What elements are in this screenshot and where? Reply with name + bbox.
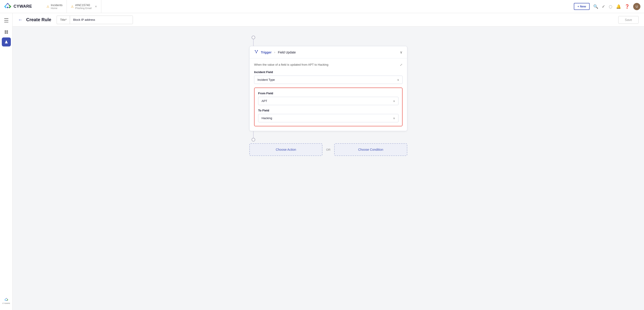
from-to-section: From Field APT ∨ To Field Hacki — [254, 88, 402, 126]
svg-rect-4 — [4, 30, 6, 32]
svg-point-15 — [256, 52, 257, 53]
user-avatar[interactable]: U — [633, 3, 640, 10]
choose-condition-button[interactable]: Choose Condition — [334, 143, 407, 156]
help-icon[interactable]: ❓ — [624, 4, 630, 9]
main-content: ← Create Rule Title* Save — [13, 13, 644, 310]
title-field-wrapper: Title* — [57, 16, 133, 24]
users-icon — [4, 40, 8, 44]
body-area: CYWARE ← Create Rule Title* Save — [0, 13, 644, 310]
page-title: Create Rule — [26, 17, 51, 22]
hamburger-icon-3 — [4, 22, 8, 22]
bottom-connector — [249, 131, 407, 142]
incident-field-value: Incident Type — [258, 78, 275, 82]
to-field-select[interactable]: Hacking ∨ — [258, 114, 398, 122]
checkmark-icon[interactable]: ✓ — [602, 4, 605, 9]
svg-marker-9 — [5, 298, 7, 299]
svg-marker-0 — [6, 3, 10, 5]
to-field-value: Hacking — [262, 116, 272, 120]
svg-marker-2 — [8, 5, 11, 8]
trigger-description-text: When the value of a field is updated fro… — [254, 63, 328, 66]
from-field-chevron-icon: ∨ — [393, 100, 395, 103]
incident-tab-sublabel: Phishing Email — [75, 7, 92, 10]
cyware-logo-icon — [4, 2, 12, 10]
from-field-select[interactable]: APT ∨ — [258, 97, 398, 105]
incident-field-chevron-icon: ∨ — [397, 78, 399, 82]
svg-line-17 — [256, 51, 258, 52]
back-button[interactable]: ← — [18, 17, 22, 22]
bell-icon[interactable]: 🔔 — [616, 4, 621, 9]
dashboard-icon — [4, 30, 8, 34]
top-connector-circle — [252, 36, 255, 39]
to-field-label: To Field — [258, 109, 398, 112]
title-field-label: Title* — [57, 16, 70, 24]
sidebar-item-users[interactable] — [2, 38, 11, 46]
svg-rect-7 — [6, 32, 8, 34]
cyware-bottom-icon — [4, 298, 8, 302]
bottom-connector-line — [253, 131, 254, 138]
trigger-flow-icon — [254, 50, 258, 54]
svg-marker-3 — [7, 6, 8, 8]
bottom-connector-circle — [252, 138, 255, 142]
incidents-tab-sublabel: Home — [51, 7, 62, 10]
from-field-label: From Field — [258, 92, 398, 95]
save-button[interactable]: Save — [618, 16, 638, 24]
page-header: ← Create Rule Title* Save — [13, 13, 644, 26]
to-field-group: To Field Hacking ∨ — [258, 109, 398, 122]
svg-line-16 — [255, 51, 256, 52]
nav-tab-incidents-inner: Incidents Home — [51, 4, 62, 10]
svg-rect-6 — [4, 32, 6, 34]
incidents-warning-icon: ⚠ — [46, 5, 50, 8]
from-field-value: APT — [262, 99, 267, 103]
action-row: Choose Action OR Choose Condition — [249, 143, 407, 156]
logo-text: CYWARE — [14, 4, 32, 9]
search-icon[interactable]: 🔍 — [593, 4, 598, 9]
incidents-tab-label: Incidents — [51, 4, 62, 7]
title-input[interactable] — [70, 16, 133, 24]
svg-point-13 — [255, 50, 256, 51]
sidebar-left: CYWARE — [0, 13, 13, 310]
trigger-icon — [254, 50, 258, 55]
trigger-card: Trigger › Field Update ∨ When the value … — [249, 46, 407, 131]
sidebar-bottom: CYWARE — [2, 296, 11, 307]
trigger-body: When the value of a field is updated fro… — [250, 58, 407, 131]
choose-action-button[interactable]: Choose Action — [249, 143, 322, 156]
sidebar-menu-toggle[interactable] — [2, 16, 11, 25]
to-field-chevron-icon: ∨ — [393, 117, 395, 120]
svg-rect-5 — [6, 30, 8, 32]
cyware-bottom-label: CYWARE — [2, 302, 10, 304]
trigger-type: Field Update — [278, 50, 296, 54]
incident-tab-close[interactable]: ✕ — [95, 5, 97, 8]
spinner-icon[interactable]: ◌ — [609, 4, 612, 9]
sidebar-item-cyware[interactable]: CYWARE — [2, 296, 11, 306]
top-nav: CYWARE ⚠ Incidents Home ⚠ #INC15740 Phis… — [0, 0, 644, 13]
sidebar-item-dashboard[interactable] — [2, 28, 11, 36]
trigger-arrow: › — [274, 51, 275, 54]
svg-point-8 — [6, 40, 7, 42]
incident-field-group: Incident Field Incident Type ∨ — [254, 70, 402, 84]
nav-tab-incident-detail[interactable]: ⚠ #INC15740 Phishing Email ✕ — [67, 0, 101, 13]
nav-tab-incident-inner: #INC15740 Phishing Email — [75, 4, 92, 10]
or-label: OR — [326, 148, 330, 152]
incident-field-label: Incident Field — [254, 70, 402, 74]
logo-area: CYWARE — [4, 2, 40, 10]
incident-tab-label: #INC15740 — [75, 4, 92, 7]
nav-right: + New 🔍 ✓ ◌ 🔔 ❓ U — [574, 3, 640, 10]
canvas-area: Trigger › Field Update ∨ When the value … — [13, 26, 644, 310]
incident-field-select[interactable]: Incident Type ∨ — [254, 76, 402, 84]
from-field-group: From Field APT ∨ — [258, 92, 398, 105]
canvas-inner: Trigger › Field Update ∨ When the value … — [249, 36, 407, 301]
incident-warning-icon: ⚠ — [71, 5, 74, 8]
hamburger-icon — [4, 18, 8, 19]
trigger-chevron-icon[interactable]: ∨ — [400, 50, 402, 54]
app-container: CYWARE ⚠ Incidents Home ⚠ #INC15740 Phis… — [0, 0, 644, 310]
svg-marker-1 — [4, 5, 7, 8]
nav-tab-incidents[interactable]: ⚠ Incidents Home — [42, 0, 67, 13]
trigger-description: When the value of a field is updated fro… — [254, 63, 402, 66]
svg-point-14 — [257, 50, 258, 51]
new-button[interactable]: + New — [574, 3, 590, 10]
top-connector — [249, 36, 407, 46]
trigger-header: Trigger › Field Update ∨ — [250, 46, 407, 58]
svg-marker-10 — [4, 299, 6, 301]
svg-marker-12 — [6, 300, 7, 301]
expand-icon[interactable]: ⤢ — [400, 63, 402, 66]
